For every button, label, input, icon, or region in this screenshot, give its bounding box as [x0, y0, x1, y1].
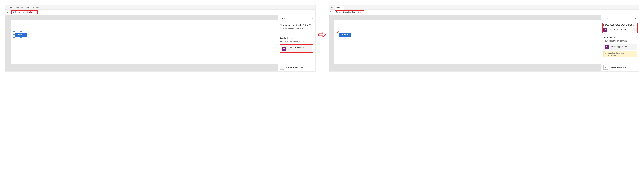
warning-text: Complete flow's parameters in formula ba…	[608, 52, 633, 56]
close-icon[interactable]: ✕	[634, 17, 637, 20]
onselect-icon	[331, 6, 333, 8]
selected-button[interactable]: ✕ ⌄ Button	[339, 33, 351, 37]
fx-label: fx	[6, 11, 8, 13]
flow-icon	[282, 47, 286, 51]
flow-icon	[603, 28, 608, 32]
left-panel: On select Power Automate fx ⌄ Set(myvar,…	[5, 5, 316, 72]
power-automate-label: Power Automate	[24, 6, 40, 8]
fx-label: fx	[330, 11, 332, 13]
flow-item-power-apps-button[interactable]: Power Apps button ···	[281, 45, 312, 52]
arrow-right-icon	[318, 32, 326, 38]
plus-icon: +	[604, 65, 608, 70]
on-select-label: On select	[10, 6, 19, 8]
create-new-flow-button[interactable]: + Create a new flow	[280, 65, 313, 70]
formula-warning-banner: i Complete flow's parameters in formula …	[604, 51, 637, 57]
flows-associated-heading: Flows associated with 'Button1'	[280, 24, 313, 26]
flows-env-text: Flows from this environment	[604, 40, 637, 42]
data-pane-title: Data	[280, 17, 285, 20]
formula-bar[interactable]: fx ⌄ Run() PowerAppsbutton.Run(	[329, 9, 639, 15]
formula-highlight: Set(myvar,"Value")	[11, 10, 38, 14]
power-automate-icon	[21, 6, 24, 8]
flows-env-text: Flows from this environment	[280, 40, 313, 43]
close-icon[interactable]: ✕	[311, 17, 313, 20]
associated-flow-item[interactable]: Power Apps button ···	[603, 27, 637, 32]
selection-handles	[14, 32, 28, 38]
selection-handles	[338, 32, 352, 38]
flows-associated-heading: Flows associated with 'Button1'	[603, 23, 637, 26]
formula-bar[interactable]: fx ⌄ Set(myvar,"Value")	[5, 9, 316, 15]
flow-item-menu[interactable]: ···	[631, 45, 636, 48]
plus-icon: +	[280, 65, 284, 70]
selected-button[interactable]: Button	[15, 33, 27, 37]
formula-highlight: Run() PowerAppsbutton.Run(	[335, 10, 364, 14]
data-pane: Data ✕ Flows associated with 'Button1' N…	[278, 15, 316, 72]
onselect-icon	[7, 6, 9, 8]
svg-rect-1	[331, 6, 332, 8]
flow-item-power-apps-button[interactable]: Power Apps bon ···	[604, 44, 637, 50]
info-icon: i	[605, 53, 606, 55]
canvas[interactable]: ✕ ⌄ Button	[329, 15, 601, 72]
create-new-flow-label: Create a new flow	[286, 66, 303, 69]
canvas[interactable]: Button	[5, 15, 278, 72]
flow-item-menu[interactable]: ···	[632, 28, 637, 31]
intellisense-tooltip: Run()	[335, 6, 344, 10]
data-pane: Data ✕ Flows associated with 'Button1' P…	[601, 15, 639, 72]
power-automate-button[interactable]: Power Automate	[21, 6, 40, 8]
toolbar: On select Power Automate	[5, 5, 316, 9]
toolbar: On	[329, 5, 639, 9]
transition-arrow	[318, 32, 326, 38]
associated-flows-highlight: Flows associated with 'Button1' Power Ap…	[602, 23, 638, 33]
available-flows-heading: Available flows	[604, 36, 637, 39]
content-area: ✕ ⌄ Button Data	[329, 15, 639, 72]
available-flows-heading: Available flows	[280, 37, 313, 40]
cursor-pointer-icon	[287, 48, 289, 51]
svg-rect-0	[7, 6, 9, 8]
content-area: Button Data ✕ F	[5, 15, 316, 72]
data-pane-title: Data	[604, 17, 608, 20]
flow-item-menu[interactable]: ···	[307, 47, 311, 50]
cursor-pointer-icon	[623, 45, 625, 47]
warning-close-icon[interactable]: ✕	[634, 53, 635, 55]
create-new-flow-button[interactable]: + Create a new flow	[604, 65, 637, 70]
chevron-down-icon[interactable]: ⌄	[332, 11, 334, 13]
flow-icon	[605, 45, 609, 49]
flow-highlight: Power Apps button ···	[280, 44, 313, 53]
on-select-dropdown[interactable]: On select	[7, 6, 19, 8]
right-panel: On fx ⌄ Run() PowerAppsbutton.Run( ✕ ⌄ B…	[328, 5, 639, 72]
chevron-down-icon[interactable]: ⌄	[8, 11, 10, 13]
create-new-flow-label: Create a new flow	[610, 66, 626, 69]
no-flows-text: No flows have been selected.	[280, 27, 313, 29]
